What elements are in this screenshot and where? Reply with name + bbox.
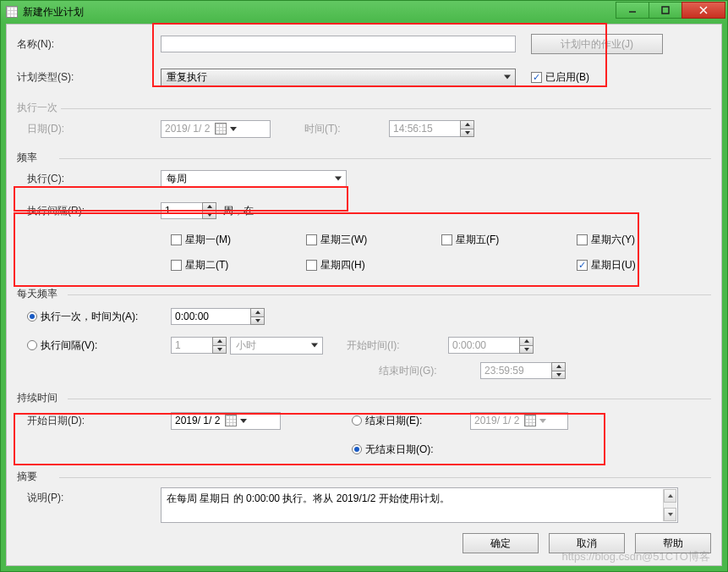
ok-button[interactable]: 确定 [463,533,539,553]
run-once-section: 执行一次 [17,101,711,115]
svg-rect-1 [662,7,669,14]
cancel-button[interactable]: 取消 [549,533,625,553]
end-date-radio[interactable]: 结束日期(E): [352,414,470,428]
daily-start-label: 开始时间(I): [347,338,448,353]
exec-label: 执行(C): [17,172,161,186]
scrollbar[interactable] [663,489,676,521]
close-button[interactable] [681,2,725,19]
summary-textarea[interactable]: 在每周 星期日 的 0:00:00 执行。将从 2019/1/2 开始使用计划。 [161,487,678,523]
plan-type-select[interactable]: 重复执行 [161,69,516,86]
titlebar: 新建作业计划 [1,1,727,23]
plan-type-value: 重复执行 [167,70,207,85]
daily-interval-unit: 小时 [230,337,323,355]
window-title: 新建作业计划 [23,5,84,19]
once-date-input: 2019/ 1/ 2 [161,120,271,138]
frequency-section: 频率 [17,151,711,165]
end-date-input: 2019/ 1/ 2 [470,412,568,430]
scheduled-jobs-button: 计划中的作业(J) [531,34,663,54]
name-label: 名称(N): [17,37,161,52]
exec-interval-input[interactable] [161,202,216,219]
summary-desc-label: 说明(P): [17,487,161,505]
app-icon [6,6,18,18]
weekday-fri[interactable]: 星期五(F) [441,233,577,247]
highlight-box-interval [14,212,639,287]
name-input[interactable] [161,36,516,52]
daily-interval-value [171,337,227,354]
plan-type-label: 计划类型(S): [17,70,161,85]
minimize-button[interactable] [616,2,649,19]
exec-interval-label: 执行间隔(R): [17,204,161,218]
daily-once-radio[interactable]: 执行一次，时间为(A): [27,310,171,324]
daily-start-time [448,337,534,354]
help-button[interactable]: 帮助 [635,533,711,553]
maximize-button[interactable] [649,2,682,19]
once-time-input [389,120,474,137]
start-date-label: 开始日期(D): [27,414,171,428]
check-icon [531,72,542,83]
summary-section: 摘要 [17,470,711,484]
weekday-thu[interactable]: 星期四(H) [306,258,441,272]
exec-interval-suffix: 周，在 [223,204,254,218]
enabled-label: 已启用(B) [545,70,589,85]
daily-freq-section: 每天频率 [17,287,711,301]
weekday-sat[interactable]: 星期六(Y) [577,233,661,247]
weekday-tue[interactable]: 星期二(T) [171,258,306,272]
once-date-label: 日期(D): [17,122,161,136]
daily-once-time[interactable] [171,308,265,325]
exec-select[interactable]: 每周 [161,170,347,188]
weekday-sun[interactable]: 星期日(U) [577,258,661,272]
once-time-label: 时间(T): [304,122,389,136]
daily-end-time [480,362,566,379]
daily-end-label: 结束时间(G): [379,364,480,378]
enabled-checkbox[interactable]: 已启用(B) [531,70,589,85]
weekday-mon[interactable]: 星期一(M) [171,233,306,247]
weekday-wed[interactable]: 星期三(W) [306,233,441,247]
start-date-input[interactable]: 2019/ 1/ 2 [171,412,281,430]
daily-interval-radio[interactable]: 执行间隔(V): [27,338,171,353]
no-end-date-radio[interactable]: 无结束日期(O): [352,443,434,457]
duration-section: 持续时间 [17,391,711,405]
